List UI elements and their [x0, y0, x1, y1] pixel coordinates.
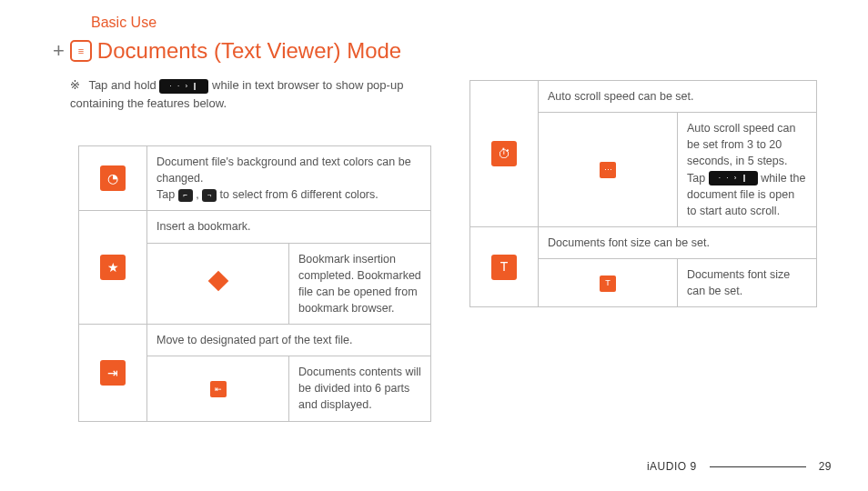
feature-sub-desc: Auto scroll speed can be set from 3 to 2…	[678, 113, 817, 227]
key-right-icon: ¬	[202, 189, 217, 202]
features-table-left: ◔ Document file's background and text co…	[78, 145, 431, 422]
feature-header: Move to designated part of the text file…	[147, 325, 431, 356]
table-row: ★ Insert a bookmark.	[79, 211, 431, 243]
fontsize-icon: T	[491, 255, 517, 280]
reference-mark-icon: ※	[70, 78, 80, 92]
bookmark-icon: ★	[100, 255, 126, 280]
page-title: + ≡ Documents (Text Viewer) Mode	[53, 38, 401, 64]
feature-sub-desc: Bookmark insertion completed. Bookmarked…	[289, 243, 431, 325]
footer-brand: iAUDIO 9	[647, 460, 697, 473]
features-table-right: ⏱ Auto scroll speed can be set. ⋯ Auto s…	[469, 80, 817, 307]
footer-divider	[710, 466, 806, 467]
feature-line1: Document file's background and text colo…	[156, 155, 411, 185]
table-row: ⏱ Auto scroll speed can be set.	[470, 81, 817, 113]
diamond-icon	[207, 271, 228, 292]
footer: iAUDIO 9 29	[0, 460, 868, 473]
table-row: ⇥ Move to designated part of the text fi…	[79, 325, 431, 356]
color-palette-icon: ◔	[100, 165, 126, 191]
feature-header: Insert a bookmark.	[147, 211, 431, 243]
tap-mid: ,	[196, 188, 202, 201]
feature-sub-desc: Documents font size can be set.	[678, 259, 817, 307]
goto-sub-icon: ⇤	[210, 381, 227, 397]
fontsize-sub-icon: T	[600, 276, 616, 292]
touch-strip-icon: · · › ‖	[709, 171, 758, 185]
footer-page-number: 29	[819, 460, 832, 473]
sub-line2-before: Tap	[687, 172, 709, 185]
table-row: T Documents font size can be set.	[470, 226, 817, 258]
plus-icon: +	[53, 39, 65, 63]
feature-header: Documents font size can be set.	[539, 226, 817, 258]
goto-icon: ⇥	[100, 360, 126, 386]
table-row: ◔ Document file's background and text co…	[79, 146, 431, 211]
feature-desc: Document file's background and text colo…	[147, 146, 431, 211]
autoscroll-icon: ⏱	[491, 141, 517, 166]
autoscroll-sub-icon: ⋯	[600, 162, 616, 178]
touch-strip-icon: · · › ‖	[159, 79, 208, 94]
feature-sub-desc: Documents contents will be divided into …	[289, 356, 431, 421]
title-text: Documents (Text Viewer) Mode	[97, 38, 401, 64]
feature-header: Auto scroll speed can be set.	[539, 81, 817, 113]
intro-before: Tap and hold	[88, 78, 159, 92]
sub-line1: Auto scroll speed can be set from 3 to 2…	[687, 122, 796, 167]
intro-paragraph: ※ Tap and hold · · › ‖ while in text bro…	[70, 76, 434, 112]
key-left-icon: ⌐	[178, 189, 193, 202]
title-document-icon: ≡	[70, 40, 92, 62]
tap-after: to select from 6 different colors.	[220, 188, 378, 201]
tap-before: Tap	[156, 188, 178, 201]
section-label: Basic Use	[91, 15, 156, 31]
